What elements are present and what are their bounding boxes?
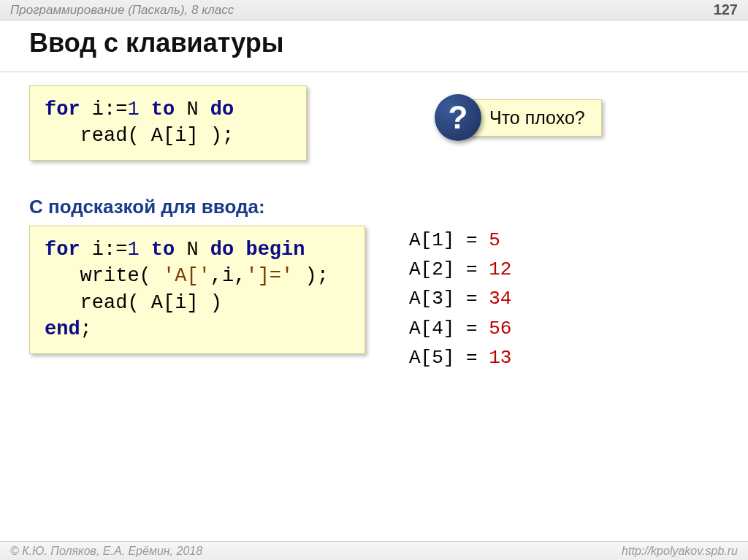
question-callout: ? Что плохо? [435,94,602,141]
output-line: A[4] = 56 [409,314,511,343]
code-block-2: for i:=1 to N do begin write( 'A[',i,']=… [29,226,365,354]
page-title: Ввод с клавиатуры [0,20,748,72]
output-line: A[1] = 5 [409,226,511,255]
page-number: 127 [714,1,738,18]
question-mark-icon: ? [435,94,481,141]
output-line: A[2] = 12 [409,255,511,284]
row-code-output: for i:=1 to N do begin write( 'A[',i,']=… [29,221,719,372]
footer-authors: © К.Ю. Поляков, Е.А. Ерёмин, 2018 [10,545,202,558]
slide-header: Программирование (Паскаль), 8 класс 127 [0,0,748,20]
output-sample: A[1] = 5 A[2] = 12 A[3] = 34 A[4] = 56 A… [409,226,511,372]
output-line: A[5] = 13 [409,343,511,372]
slide-footer: © К.Ю. Поляков, Е.А. Ерёмин, 2018 http:/… [0,541,748,560]
content-area: for i:=1 to N do read( A[i] ); ? Что пло… [0,72,748,386]
footer-url: http://kpolyakov.spb.ru [622,545,738,558]
header-subject: Программирование (Паскаль), 8 класс [10,3,234,18]
output-line: A[3] = 34 [409,284,511,313]
subtitle: С подсказкой для ввода: [29,196,719,218]
code-block-1: for i:=1 to N do read( A[i] ); [29,85,307,161]
